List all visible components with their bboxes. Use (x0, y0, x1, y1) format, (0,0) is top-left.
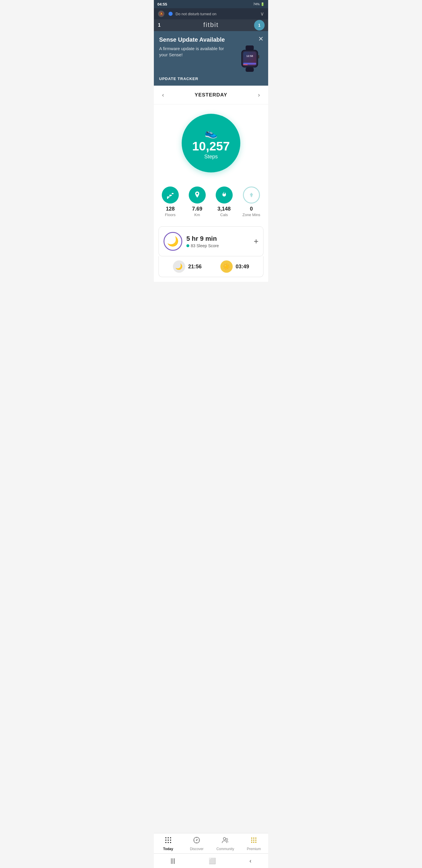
moon-icon: 🌙 (173, 260, 185, 273)
svg-rect-12 (172, 193, 173, 194)
calories-icon (216, 186, 233, 204)
notification-text: Do not disturb turned on (175, 12, 257, 16)
fitbit-logo: fitbit (203, 21, 219, 28)
update-tracker-button[interactable]: UPDATE TRACKER (159, 76, 263, 81)
battery-text: 74% (253, 2, 260, 6)
bedtime-item: 🌙 21:56 (173, 260, 202, 273)
distance-unit: Km (194, 213, 200, 217)
calories-value: 3,148 (218, 206, 231, 212)
floors-icon (162, 186, 179, 204)
bedtime-row: 🌙 21:56 ☀️ 03:49 (159, 256, 263, 277)
floors-stat[interactable]: 128 Floors (162, 186, 179, 217)
distance-stat[interactable]: 7.69 Km (189, 186, 206, 217)
status-bar: 04:55 74% 🔋 (154, 0, 268, 8)
svg-point-15 (196, 193, 198, 194)
status-time: 04:55 (157, 2, 167, 6)
svg-rect-7 (246, 67, 254, 72)
calories-unit: Cals (220, 213, 228, 217)
update-banner: ✕ Sense Update Available A firmware upda… (154, 31, 268, 86)
calories-stat[interactable]: 3,148 Cals (216, 186, 233, 217)
zone-mins-icon (243, 186, 260, 204)
notification-bar[interactable]: 🔕 Do not disturb turned on ∨ (154, 8, 268, 19)
svg-rect-13 (167, 196, 168, 199)
steps-count: 10,257 (192, 140, 230, 153)
steps-label: Steps (204, 154, 218, 160)
sleep-info: 5 hr 9 min 83 Sleep Score (186, 235, 250, 248)
sleep-score: 83 Sleep Score (186, 243, 250, 248)
fitbit-header: 1 fitbit 1 (154, 19, 268, 31)
update-body: A firmware update is available for your … (159, 45, 263, 72)
notification-chevron-icon: ∨ (260, 10, 264, 17)
sun-icon: ☀️ (220, 260, 233, 273)
zone-mins-stat[interactable]: 0 Zone Mins (242, 186, 260, 217)
steps-icon: 👟 (204, 127, 218, 139)
bedtime-time: 21:56 (188, 264, 202, 270)
distance-value: 7.69 (192, 206, 202, 212)
close-button[interactable]: ✕ (258, 36, 263, 42)
stats-row: 128 Floors 7.69 Km 3,148 Cals (154, 181, 268, 224)
zone-mins-value: 0 (250, 206, 253, 212)
notification-dot (168, 12, 173, 16)
wake-item: ☀️ 03:49 (220, 260, 249, 273)
date-nav: ‹ YESTERDAY › (154, 86, 268, 104)
watch-image: 12:58 (236, 45, 263, 72)
main-content: 👟 10,257 Steps 128 Floors (154, 104, 268, 282)
fitbit-number: 1 (158, 23, 161, 28)
next-date-button[interactable]: › (256, 90, 262, 99)
steps-section[interactable]: 👟 10,257 Steps (154, 104, 268, 181)
wake-time: 03:49 (236, 264, 249, 270)
floors-unit: Floors (165, 213, 175, 217)
update-title: Sense Update Available (159, 36, 263, 43)
distance-icon (189, 186, 206, 204)
update-description: A firmware update is available for your … (159, 45, 236, 58)
battery-icon: 🔋 (261, 2, 265, 6)
sleep-card[interactable]: 🌙 5 hr 9 min 83 Sleep Score + (159, 226, 263, 256)
score-dot (186, 244, 189, 247)
prev-date-button[interactable]: ‹ (160, 90, 166, 99)
svg-rect-0 (246, 45, 254, 50)
svg-rect-14 (169, 195, 170, 196)
user-avatar[interactable]: 1 (254, 20, 265, 31)
steps-circle[interactable]: 👟 10,257 Steps (182, 114, 240, 173)
sleep-duration: 5 hr 9 min (186, 235, 250, 243)
status-right: 74% 🔋 (253, 2, 265, 6)
sleep-icon: 🌙 (167, 236, 179, 247)
date-label: YESTERDAY (195, 92, 227, 98)
sleep-icon-wrap: 🌙 (164, 232, 182, 251)
dnd-icon: 🔕 (158, 10, 164, 17)
sleep-add-button[interactable]: + (254, 237, 258, 246)
zone-mins-unit: Zone Mins (242, 213, 260, 217)
svg-rect-9 (243, 52, 256, 65)
floors-value: 128 (166, 206, 175, 212)
svg-rect-8 (258, 55, 259, 58)
